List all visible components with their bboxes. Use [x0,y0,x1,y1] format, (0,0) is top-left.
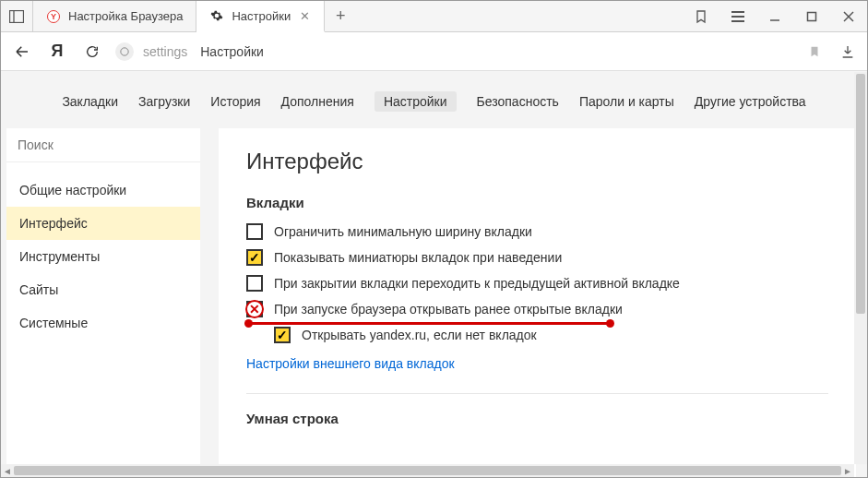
content-area: Закладки Загрузки История Дополнения Нас… [1,71,867,477]
checkbox-open-yandex[interactable]: Открывать yandex.ru, если нет вкладок [246,327,828,343]
url-field[interactable]: settings Настройки [115,42,793,61]
topnav-settings[interactable]: Настройки [375,91,457,112]
checkbox-icon[interactable] [246,275,263,292]
checkbox-label: Ограничить минимальную ширину вкладки [274,224,532,239]
tab-browser-setup[interactable]: Y Настройка Браузера [33,1,196,31]
section-tabs-title: Вкладки [246,195,828,210]
scroll-left-icon[interactable]: ◄ [1,466,14,476]
divider [246,393,828,394]
scroll-right-icon[interactable]: ► [841,466,854,476]
checkbox-icon[interactable]: ✕ [246,301,263,317]
checkbox-label: При запуске браузера открывать ранее отк… [274,302,623,317]
reload-button[interactable] [80,40,104,64]
minimize-button[interactable] [756,1,793,32]
checkbox-restore-tabs[interactable]: ✕ При запуске браузера открывать ранее о… [246,301,828,317]
site-info-icon[interactable] [115,42,134,61]
address-bar: Я settings Настройки [1,32,867,71]
topnav-passwords[interactable]: Пароли и карты [579,91,674,112]
topnav-addons[interactable]: Дополнения [281,91,354,112]
sidebar-item-sites[interactable]: Сайты [6,273,200,306]
close-tab-icon[interactable]: ✕ [298,9,311,22]
tab-label: Настройка Браузера [68,9,183,23]
maximize-button[interactable] [793,1,830,32]
url-title: Настройки [200,44,264,59]
tab-strip: Y Настройка Браузера Настройки ✕ + [33,1,683,31]
checkbox-icon[interactable] [246,249,263,266]
url-path: settings [143,44,187,59]
horizontal-scrollbar[interactable]: ◄ ► [1,464,854,477]
tab-settings[interactable]: Настройки ✕ [196,1,325,32]
svg-rect-8 [808,12,816,20]
settings-top-nav: Закладки Загрузки История Дополнения Нас… [1,71,867,128]
section-smartline-title: Умная строка [246,411,828,426]
svg-rect-0 [10,10,24,22]
svg-point-11 [121,47,128,54]
page-heading: Интерфейс [246,149,828,174]
settings-sidebar: Общие настройки Интерфейс Инструменты Са… [6,128,200,477]
yandex-y-icon: Y [46,9,61,24]
scrollbar-thumb[interactable] [14,466,841,475]
checkbox-label: Показывать миниатюры вкладок при наведен… [274,250,562,265]
checkbox-thumbnails[interactable]: Показывать миниатюры вкладок при наведен… [246,249,828,266]
checkbox-goto-prev-tab[interactable]: При закрытии вкладки переходить к предыд… [246,275,828,292]
sidebar-item-interface[interactable]: Интерфейс [6,207,200,240]
gear-icon [209,8,224,23]
tab-label: Настройки [232,9,291,23]
settings-main: Интерфейс Вкладки Ограничить минимальную… [219,128,856,477]
annotation-x-icon: ✕ [245,300,264,318]
menu-icon[interactable] [719,1,756,32]
search-input[interactable] [18,137,189,152]
yandex-home-icon[interactable]: Я [45,40,69,64]
link-tab-appearance[interactable]: Настройки внешнего вида вкладок [246,356,828,371]
topnav-downloads[interactable]: Загрузки [138,91,190,112]
downloads-icon[interactable] [838,42,858,62]
checkbox-icon[interactable] [274,327,291,343]
annotation-dot [244,319,253,328]
back-button[interactable] [10,40,34,64]
sidebar-item-system[interactable]: Системные [6,306,200,340]
topnav-bookmarks[interactable]: Закладки [62,91,118,112]
sidebar-toggle-icon[interactable] [6,6,27,27]
sidebar-search[interactable] [6,128,200,162]
checkbox-label: При закрытии вкладки переходить к предыд… [274,276,680,291]
topnav-devices[interactable]: Другие устройства [695,91,806,112]
checkbox-label: Открывать yandex.ru, если нет вкладок [302,328,537,342]
titlebar: Y Настройка Браузера Настройки ✕ + [1,1,867,32]
scrollbar-thumb[interactable] [856,74,865,314]
topnav-security[interactable]: Безопасность [477,91,559,112]
bookmark-bar-icon[interactable] [683,1,719,32]
checkbox-min-tab-width[interactable]: Ограничить минимальную ширину вкладки [246,223,828,240]
topnav-history[interactable]: История [210,91,260,112]
sidebar-item-tools[interactable]: Инструменты [6,240,200,273]
sidebar-item-general[interactable]: Общие настройки [6,173,200,207]
bookmark-page-icon[interactable] [804,42,825,62]
annotation-dot [606,319,614,328]
annotation-underline [246,322,612,325]
vertical-scrollbar[interactable] [854,72,867,464]
svg-text:Y: Y [51,12,56,21]
new-tab-button[interactable]: + [325,1,356,31]
close-window-button[interactable] [830,1,867,32]
checkbox-icon[interactable] [246,223,263,240]
